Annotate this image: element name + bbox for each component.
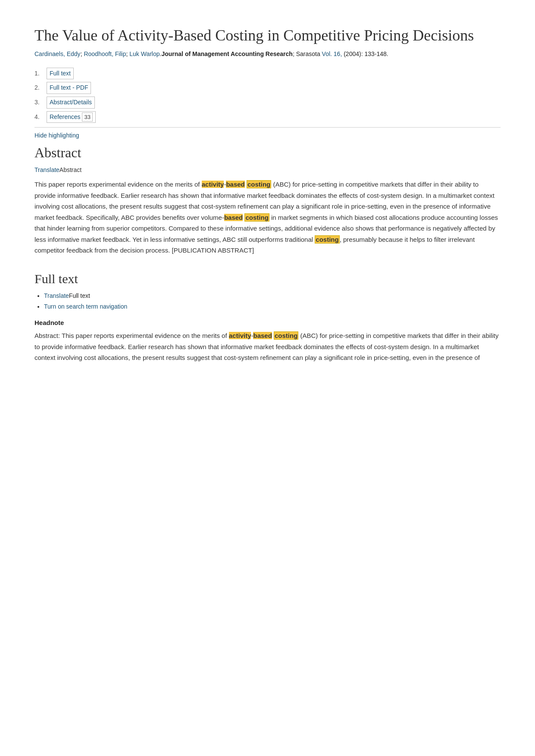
translate-abstract-link[interactable]: Translate	[34, 166, 59, 173]
headnote-highlight-costing: costing	[274, 331, 298, 340]
abstract-body: This paper reports experimental evidence…	[34, 179, 501, 256]
abstract-highlight-activity: activity	[202, 181, 224, 188]
divider	[34, 127, 501, 128]
nav-item-1: 1. Full text	[34, 68, 501, 80]
author-cardinaels[interactable]: Cardinaels, Eddy	[34, 50, 81, 57]
nav-link-fulltext-pdf[interactable]: Full text - PDF	[47, 82, 91, 94]
author-roodhooft[interactable]: Roodhooft, Filip	[84, 50, 126, 57]
abstract-highlight-costing-2: costing	[244, 213, 269, 222]
headnote-text-1: Abstract: This paper reports experimenta…	[34, 332, 229, 339]
headnote-label: Headnote	[34, 318, 501, 328]
nav-num-3: 3.	[34, 98, 47, 107]
hide-highlighting-link[interactable]: Hide highlighting	[34, 131, 79, 141]
headnote-highlight-activity: activity	[229, 332, 251, 339]
bullet-translate: TranslateFull text	[44, 291, 501, 301]
translate-fulltext-link[interactable]: Translate	[44, 292, 69, 299]
translate-fulltext-suffix: Full text	[69, 292, 90, 299]
fulltext-section: Full text TranslateFull text Turn on sea…	[34, 269, 501, 363]
nav-item-3: 3. Abstract/Details	[34, 97, 501, 109]
references-badge: 33	[82, 112, 92, 122]
bullet-search-nav: Turn on search term navigation	[44, 302, 501, 312]
nav-list: 1. Full text 2. Full text - PDF 3. Abstr…	[34, 68, 501, 123]
abstract-highlight-based-2: based	[224, 214, 243, 221]
page-title: The Value of Activity-Based Costing in C…	[34, 26, 501, 45]
journal-volume[interactable]: Vol. 16,	[322, 50, 342, 57]
abstract-highlight-based: based	[226, 181, 244, 188]
abstract-highlight-costing-1: costing	[247, 180, 271, 188]
nav-num-2: 2.	[34, 83, 47, 93]
abstract-text-1: This paper reports experimental evidence…	[34, 181, 202, 188]
abstract-sublabel: Abstract	[59, 166, 81, 173]
author-warlop[interactable]: Luk Warlop	[129, 50, 160, 57]
abstract-heading: Abstract	[34, 142, 501, 164]
nav-item-2: 2. Full text - PDF	[34, 82, 501, 94]
nav-item-4: 4. References 33	[34, 111, 501, 123]
journal-location: Sarasota	[296, 50, 320, 57]
headnote-body: Abstract: This paper reports experimenta…	[34, 330, 501, 363]
fulltext-bullet-list: TranslateFull text Turn on search term n…	[34, 291, 501, 311]
nav-link-references[interactable]: References 33	[47, 111, 96, 123]
fulltext-heading: Full text	[34, 269, 501, 289]
translate-abstract-line: TranslateAbstract	[34, 165, 501, 175]
journal-name: Journal of Management Accounting Researc…	[161, 50, 292, 57]
abstract-highlight-costing-3: costing	[315, 235, 339, 244]
nav-num-1: 1.	[34, 69, 47, 78]
authors-line: Cardinaels, Eddy; Roodhooft, Filip; Luk …	[34, 50, 501, 59]
nav-link-fulltext[interactable]: Full text	[47, 68, 74, 80]
nav-num-4: 4.	[34, 112, 47, 122]
nav-link-abstract[interactable]: Abstract/Details	[47, 97, 95, 109]
search-nav-link[interactable]: Turn on search term navigation	[44, 303, 127, 310]
journal-year: (2004): 133-148.	[344, 50, 388, 57]
headnote-highlight-based: based	[253, 332, 272, 339]
